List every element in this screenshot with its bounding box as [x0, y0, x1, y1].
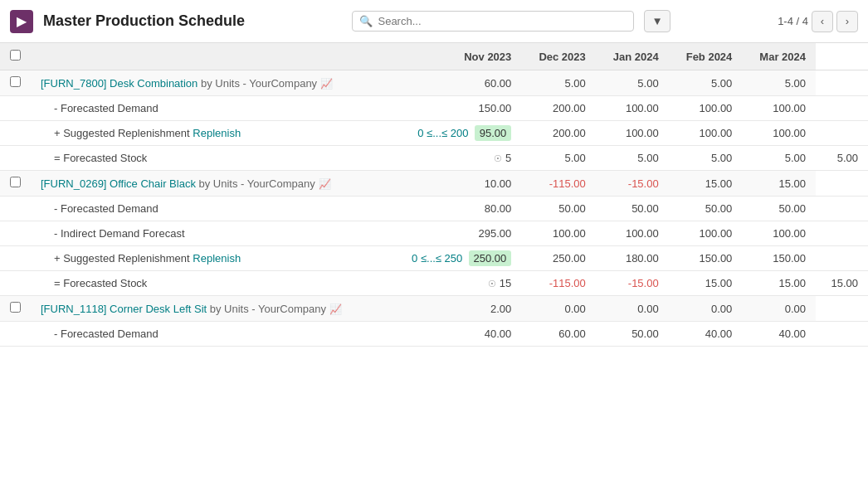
row-val-0-0-3: 100.00: [669, 96, 743, 121]
product-val-2-3: 0.00: [669, 296, 743, 322]
header-feb2024: Feb 2024: [669, 43, 743, 70]
row-val-0-1-4: 100.00: [742, 121, 816, 146]
product-val-1-4: 15.00: [742, 171, 816, 197]
header-label-col: [31, 43, 388, 70]
next-page-button[interactable]: ›: [836, 11, 858, 32]
table-header-row: Nov 2023 Dec 2023 Jan 2024 Feb 2024 Mar …: [0, 43, 868, 70]
row-val-2-0-4: 40.00: [742, 322, 816, 347]
product-link-2[interactable]: [FURN_1118] Corner Desk Left Sit: [41, 303, 207, 315]
pagination-info: 1-4 / 4 ‹ ›: [778, 11, 858, 32]
highlighted-val-1-2: 250.00: [469, 250, 512, 266]
product-val-0-3: 5.00: [669, 70, 743, 96]
prev-page-button[interactable]: ‹: [812, 11, 833, 32]
row-label-0-0: - Forecasted Demand: [31, 96, 388, 121]
search-bar: 🔍: [352, 11, 634, 32]
search-icon: 🔍: [359, 15, 373, 27]
app-icon: ▶: [10, 10, 33, 33]
row-val-1-3-2: -15.00: [596, 271, 669, 296]
product-link-1[interactable]: [FURN_0269] Office Chair Black: [41, 177, 196, 190]
constraint-0-1[interactable]: 0 ≤...≤ 200: [417, 127, 468, 139]
row-val-1-3-1: -115.00: [521, 271, 595, 296]
row-val-0-2-5: 5.00: [816, 146, 868, 171]
row-val-0-0-0: 150.00: [388, 96, 522, 121]
chart-icon-1[interactable]: 📈: [319, 178, 331, 190]
row-val-0-0-2: 100.00: [596, 96, 669, 121]
row-val-1-0-2: 50.00: [596, 197, 669, 221]
row-val-1-1-0: 295.00: [388, 221, 522, 246]
production-schedule-table: Nov 2023 Dec 2023 Jan 2024 Feb 2024 Mar …: [0, 43, 868, 347]
row-checkbox-0[interactable]: [10, 76, 21, 87]
table-row: = Forecasted Stock☉ 55.005.005.005.005.0…: [0, 146, 868, 171]
table-row: - Forecasted Demand80.0050.0050.0050.005…: [0, 197, 868, 221]
header-checkbox-cell: [0, 43, 31, 70]
row-checkbox-2[interactable]: [10, 302, 21, 313]
product-row: [FURN_0269] Office Chair Black by Units …: [0, 171, 868, 197]
row-val-1-2-1: 250.00: [521, 246, 595, 271]
row-val-1-0-4: 50.00: [742, 197, 816, 221]
row-val-0-1-0: 0 ≤...≤ 200 95.00: [388, 121, 522, 146]
product-label: [FURN_0269] Office Chair Black by Units …: [31, 171, 388, 197]
chart-icon-2[interactable]: 📈: [329, 303, 342, 315]
table-row: - Indirect Demand Forecast295.00100.0010…: [0, 221, 868, 246]
row-label-1-0: - Forecasted Demand: [31, 197, 388, 221]
header-dec2023: Dec 2023: [521, 43, 595, 70]
row-val-2-0-0: 40.00: [388, 322, 522, 347]
row-label-1-2: + Suggested Replenishment Replenish: [31, 246, 388, 271]
product-val-1-0: 10.00: [388, 171, 522, 197]
row-val-0-2-1: 5.00: [521, 146, 595, 171]
product-val-2-0: 2.00: [388, 296, 522, 322]
row-val-1-2-4: 150.00: [742, 246, 816, 271]
table-row: + Suggested Replenishment Replenish0 ≤..…: [0, 121, 868, 146]
highlighted-val-0-1: 95.00: [475, 125, 512, 141]
main-table-container: Nov 2023 Dec 2023 Jan 2024 Feb 2024 Mar …: [0, 43, 868, 347]
row-label-0-1: + Suggested Replenishment Replenish: [31, 121, 388, 146]
table-row: - Forecasted Demand40.0060.0050.0040.004…: [0, 322, 868, 347]
chart-icon-0[interactable]: 📈: [320, 78, 333, 90]
row-label-1-3: = Forecasted Stock: [31, 271, 388, 296]
replenish-label-0-1[interactable]: Replenish: [193, 127, 241, 139]
row-val-1-2-0: 0 ≤...≤ 250 250.00: [388, 246, 522, 271]
replenish-label-1-2[interactable]: Replenish: [193, 252, 241, 265]
stock-icon-0-2: ☉: [494, 153, 502, 163]
product-row: [FURN_7800] Desk Combination by Units - …: [0, 70, 868, 96]
row-val-2-0-3: 40.00: [669, 322, 743, 347]
product-val-2-2: 0.00: [596, 296, 669, 322]
table-row: = Forecasted Stock☉ 15-115.00-15.0015.00…: [0, 271, 868, 296]
search-input[interactable]: [378, 15, 627, 27]
product-val-1-2: -15.00: [596, 171, 669, 197]
page-title: Master Production Schedule: [43, 12, 245, 30]
row-val-1-3-4: 15.00: [742, 271, 816, 296]
header-nov2023: Nov 2023: [388, 43, 522, 70]
row-checkbox-1[interactable]: [10, 177, 21, 187]
row-label-0-2: = Forecasted Stock: [31, 146, 388, 171]
product-val-1-3: 15.00: [669, 171, 743, 197]
product-val-2-1: 0.00: [521, 296, 595, 322]
row-val-0-2-2: 5.00: [596, 146, 669, 171]
stock-icon-1-3: ☉: [488, 279, 496, 289]
row-label-1-1: - Indirect Demand Forecast: [31, 221, 388, 246]
header-jan2024: Jan 2024: [596, 43, 669, 70]
row-val-1-1-4: 100.00: [742, 221, 816, 246]
row-val-1-3-3: 15.00: [669, 271, 743, 296]
table-row: - Forecasted Demand150.00200.00100.00100…: [0, 96, 868, 121]
row-val-1-1-3: 100.00: [669, 221, 743, 246]
row-val-2-0-2: 50.00: [596, 322, 669, 347]
product-val-0-4: 5.00: [742, 70, 816, 96]
row-val-1-0-3: 50.00: [669, 197, 743, 221]
constraint-1-2[interactable]: 0 ≤...≤ 250: [412, 252, 462, 265]
row-val-0-0-1: 200.00: [521, 96, 595, 121]
app-header: ▶ Master Production Schedule 🔍 ▼ 1-4 / 4…: [0, 0, 868, 43]
row-val-0-1-1: 200.00: [521, 121, 595, 146]
row-stock-1-3-0: ☉ 15: [388, 271, 522, 296]
row-val-1-2-2: 180.00: [596, 246, 669, 271]
row-val-1-1-2: 100.00: [596, 221, 669, 246]
search-dropdown-button[interactable]: ▼: [644, 10, 670, 32]
product-link-0[interactable]: [FURN_7800] Desk Combination: [41, 77, 197, 90]
product-val-1-1: -115.00: [521, 171, 595, 197]
product-row: [FURN_1118] Corner Desk Left Sit by Unit…: [0, 296, 868, 322]
select-all-checkbox[interactable]: [10, 50, 21, 61]
row-val-0-2-4: 5.00: [742, 146, 816, 171]
product-val-0-0: 60.00: [388, 70, 522, 96]
row-label-2-0: - Forecasted Demand: [31, 322, 388, 347]
product-val-0-1: 5.00: [521, 70, 595, 96]
